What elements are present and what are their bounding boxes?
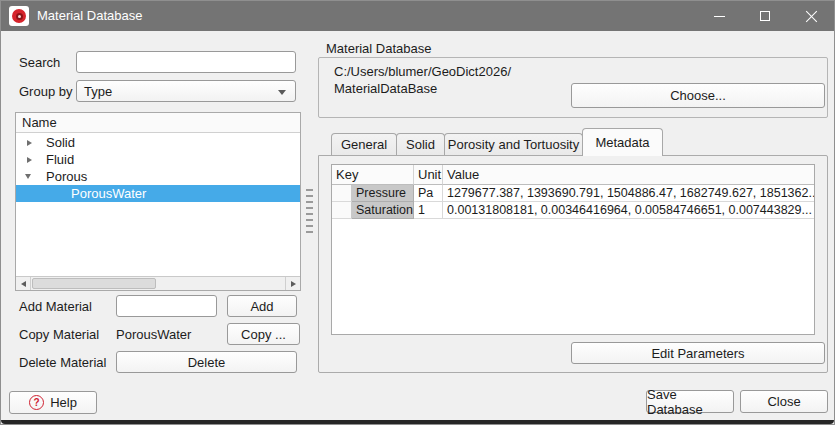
arrow-right-icon <box>291 281 296 287</box>
copy-button[interactable]: Copy ... <box>227 323 300 345</box>
close-dialog-button[interactable]: Close <box>740 390 828 413</box>
chevron-right-icon[interactable] <box>27 140 32 146</box>
value-cell[interactable]: 1279677.387, 1393690.791, 1504886.47, 16… <box>443 185 814 202</box>
chevron-right-icon[interactable] <box>27 157 32 163</box>
value-cell[interactable]: 0.00131808181, 0.00346416964, 0.00584746… <box>443 202 814 219</box>
database-path: C:/Users/blumer/GeoDict2026/ MaterialDat… <box>334 63 511 97</box>
chevron-down-icon[interactable] <box>25 174 31 179</box>
tree-item-porous[interactable]: Porous <box>16 168 300 185</box>
material-tree: Name Solid Fluid Porous PorousWater <box>15 112 301 291</box>
tree-item-solid[interactable]: Solid <box>16 134 300 151</box>
column-header-value[interactable]: Value <box>443 165 814 185</box>
tree-column-header[interactable]: Name <box>16 113 300 133</box>
group-by-label: Group by <box>19 84 72 99</box>
help-button[interactable]: ? Help <box>9 391 97 414</box>
choose-button[interactable]: Choose... <box>571 83 825 108</box>
question-icon: ? <box>29 395 44 410</box>
tab-metadata[interactable]: Metadata <box>582 128 663 156</box>
tab-general[interactable]: General <box>331 133 397 155</box>
scrollbar-thumb[interactable] <box>32 278 156 289</box>
add-button[interactable]: Add <box>227 295 297 317</box>
row-header[interactable] <box>332 185 352 202</box>
geodict-logo-icon <box>9 6 29 26</box>
delete-material-label: Delete Material <box>19 355 106 370</box>
unit-cell[interactable]: Pa <box>414 185 443 202</box>
save-database-button[interactable]: Save Database <box>646 390 734 413</box>
panel-splitter-handle[interactable] <box>305 189 313 235</box>
search-input[interactable] <box>76 51 296 73</box>
edit-parameters-button[interactable]: Edit Parameters <box>571 342 825 364</box>
material-database-dialog: Material Database Search Group by Type N… <box>0 0 835 425</box>
group-by-value: Type <box>84 84 112 99</box>
column-header-key[interactable]: Key <box>332 165 414 185</box>
unit-cell[interactable]: 1 <box>414 202 443 219</box>
copy-material-label: Copy Material <box>19 327 99 342</box>
key-cell[interactable]: Saturation <box>352 202 414 219</box>
arrow-left-icon <box>21 281 26 287</box>
tab-porosity-and-tortuosity[interactable]: Porosity and Tortuosity <box>444 133 583 155</box>
titlebar[interactable]: Material Database <box>1 1 834 31</box>
search-label: Search <box>19 55 60 70</box>
scroll-right-button[interactable] <box>285 277 300 290</box>
add-material-label: Add Material <box>19 299 92 314</box>
add-material-input[interactable] <box>116 295 217 317</box>
delete-button[interactable]: Delete <box>116 351 297 373</box>
row-header[interactable] <box>332 202 352 219</box>
column-header-unit[interactable]: Unit <box>414 165 443 185</box>
tree-item-fluid[interactable]: Fluid <box>16 151 300 168</box>
metadata-table: Key Unit Value Pressure Pa 1279677.387, … <box>331 164 815 335</box>
chevron-down-icon <box>278 90 286 95</box>
minimize-button[interactable] <box>696 1 742 31</box>
group-by-select[interactable]: Type <box>76 80 296 102</box>
copy-material-value: PorousWater <box>116 327 191 342</box>
key-cell[interactable]: Pressure <box>352 185 414 202</box>
scroll-left-button[interactable] <box>16 277 31 290</box>
maximize-button[interactable] <box>742 1 788 31</box>
minimize-icon <box>714 16 725 17</box>
database-groupbox-title: Material Database <box>326 41 432 56</box>
tab-solid[interactable]: Solid <box>396 133 445 155</box>
close-icon <box>805 10 818 23</box>
tree-item-porouswater[interactable]: PorousWater <box>16 185 300 202</box>
close-button[interactable] <box>788 1 834 31</box>
tree-horizontal-scrollbar[interactable] <box>16 276 300 290</box>
window-bottom-edge <box>1 420 834 424</box>
maximize-icon <box>760 11 770 21</box>
window-title: Material Database <box>37 8 143 23</box>
